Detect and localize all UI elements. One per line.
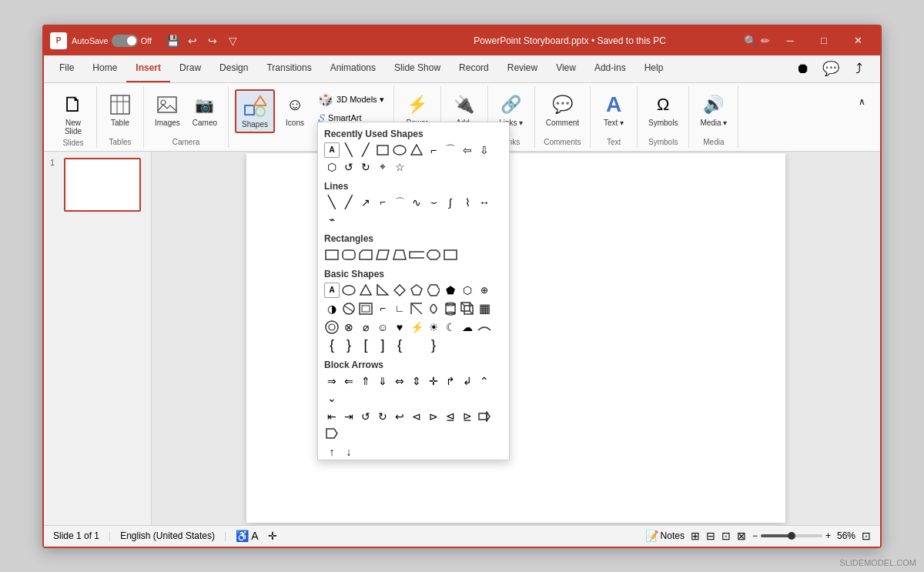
- zoom-slider[interactable]: − +: [752, 530, 831, 541]
- shape-line-2[interactable]: ╱: [358, 142, 373, 158]
- basic-rcurly2[interactable]: }: [426, 338, 441, 353]
- shape-curved-1[interactable]: ↺: [341, 159, 357, 175]
- shape-arrow-left[interactable]: ⇦: [460, 142, 475, 158]
- arrow-bent-u[interactable]: ⌃: [477, 373, 492, 389]
- shape-notch[interactable]: ⌒: [443, 142, 458, 158]
- tab-record[interactable]: Record: [450, 55, 498, 82]
- comment-button[interactable]: 💬 Comment: [541, 89, 584, 130]
- save-icon[interactable]: 💾: [166, 34, 179, 48]
- arrow-curved-r[interactable]: ↻: [375, 409, 390, 424]
- shape-hex[interactable]: ⬡: [324, 159, 340, 175]
- tab-insert[interactable]: Insert: [126, 55, 170, 82]
- notes-button[interactable]: 📝 Notes: [645, 530, 685, 542]
- basic-rtriangle[interactable]: [375, 283, 390, 298]
- line-freeform[interactable]: ⌇: [460, 195, 475, 210]
- shape-oval[interactable]: [392, 142, 407, 158]
- shape-star[interactable]: ☆: [392, 159, 407, 175]
- shape-cursor[interactable]: ⌖: [375, 159, 390, 175]
- line-dbl-arrow[interactable]: ↔: [477, 195, 492, 210]
- text-button[interactable]: A Text ▾: [597, 89, 631, 130]
- arrow-bent-r[interactable]: ↱: [443, 373, 458, 389]
- basic-donut[interactable]: [324, 319, 340, 335]
- basic-corner[interactable]: ∟: [392, 301, 407, 316]
- record-btn[interactable]: ⏺: [791, 56, 815, 81]
- images-button[interactable]: Images: [150, 89, 185, 130]
- icons-button[interactable]: ☺ Icons: [278, 89, 312, 130]
- rect-w-corners[interactable]: [426, 247, 441, 263]
- rect-basic[interactable]: [324, 247, 340, 263]
- basic-lbracket[interactable]: [: [358, 338, 373, 353]
- arrow-down-small[interactable]: ↓: [341, 444, 357, 460]
- line-s-curve[interactable]: ∫: [443, 195, 458, 210]
- basic-pie[interactable]: ◑: [324, 301, 340, 316]
- line-straight-1[interactable]: ╲: [324, 195, 340, 210]
- arrow-chevron-l[interactable]: ⊳: [426, 409, 441, 424]
- basic-rcurly[interactable]: }: [341, 338, 357, 353]
- basic-heptagon[interactable]: ⬟: [443, 283, 458, 298]
- basic-cube[interactable]: [460, 301, 475, 316]
- customize-icon[interactable]: ▽: [226, 34, 239, 48]
- basic-diag[interactable]: [409, 301, 424, 316]
- basic-heart[interactable]: ♥: [392, 319, 407, 335]
- arrow-notched[interactable]: ⇥: [341, 409, 357, 424]
- basic-block-arc[interactable]: ⌀: [358, 319, 373, 335]
- arrow-chevron-fill[interactable]: ⊵: [460, 409, 475, 424]
- tab-review[interactable]: Review: [498, 55, 547, 82]
- search-icon[interactable]: 🔍: [743, 34, 757, 48]
- arrow-circular[interactable]: ↺: [358, 409, 373, 424]
- basic-chord[interactable]: [341, 301, 357, 316]
- arrow-chevron-r[interactable]: ⊲: [409, 409, 424, 424]
- basic-textbox[interactable]: A: [324, 283, 340, 298]
- basic-rbracket[interactable]: ]: [375, 338, 390, 353]
- basic-diamond[interactable]: [392, 283, 407, 298]
- arrow-striped[interactable]: ⇤: [324, 409, 340, 424]
- arrow-chevron-strip[interactable]: ⊴: [443, 409, 458, 424]
- arrow-left[interactable]: ⇐: [341, 373, 357, 389]
- line-connector[interactable]: ⌁: [324, 212, 340, 227]
- tab-file[interactable]: File: [50, 55, 83, 82]
- 3d-models-button[interactable]: 🎲 3D Models ▾: [315, 91, 387, 109]
- arrow-pentagon[interactable]: [324, 426, 340, 441]
- basic-brace[interactable]: ▦: [477, 301, 492, 316]
- tab-draw[interactable]: Draw: [170, 55, 210, 82]
- autosave-toggle[interactable]: [112, 35, 138, 47]
- shape-right-angle[interactable]: ⌐: [426, 142, 441, 158]
- shape-line-1[interactable]: ╲: [341, 142, 357, 158]
- basic-lcurly2[interactable]: {: [392, 338, 407, 353]
- arrow-lr[interactable]: ⇔: [392, 373, 407, 389]
- collapse-ribbon-button[interactable]: ∧: [849, 89, 874, 114]
- basic-oval[interactable]: [341, 283, 357, 298]
- zoom-track[interactable]: [761, 534, 822, 537]
- basic-smiley[interactable]: ☺: [375, 319, 390, 335]
- maximize-button[interactable]: □: [808, 29, 840, 52]
- basic-octagon[interactable]: ⬡: [460, 283, 475, 298]
- share-btn[interactable]: ⤴: [846, 56, 871, 81]
- accessibility-icon[interactable]: ♿ A: [236, 530, 258, 542]
- view-normal-button[interactable]: ⊞: [691, 530, 700, 542]
- rect-plain-2[interactable]: [443, 247, 458, 263]
- basic-lightning[interactable]: ⚡: [409, 319, 424, 335]
- arrow-right[interactable]: ⇒: [324, 373, 340, 389]
- rect-para[interactable]: [375, 247, 390, 263]
- zoom-level[interactable]: 56%: [837, 530, 855, 541]
- basic-cylinder[interactable]: [443, 301, 458, 316]
- tab-addins[interactable]: Add-ins: [585, 55, 635, 82]
- arrow-square[interactable]: [477, 409, 492, 424]
- view-slideshow-button[interactable]: ⊠: [737, 530, 746, 542]
- basic-cloud[interactable]: ☁: [460, 319, 475, 335]
- line-squiggle[interactable]: ∿: [409, 195, 424, 210]
- line-straight-2[interactable]: ╱: [341, 195, 357, 210]
- basic-arc[interactable]: [477, 319, 492, 335]
- rect-rounded[interactable]: [341, 247, 357, 263]
- close-button[interactable]: ✕: [842, 29, 874, 52]
- rect-wide[interactable]: [409, 247, 424, 263]
- shape-rect[interactable]: [375, 142, 390, 158]
- line-arrow-1[interactable]: ↗: [358, 195, 373, 210]
- arrow-curved-u[interactable]: ↩: [392, 409, 407, 424]
- redo-icon[interactable]: ↪: [206, 34, 219, 48]
- cameo-button[interactable]: 📷 Cameo: [188, 89, 222, 130]
- slide-thumb-1[interactable]: [64, 158, 141, 212]
- tab-animations[interactable]: Animations: [321, 55, 385, 82]
- basic-hexagon[interactable]: [426, 283, 441, 298]
- media-button[interactable]: 🔊 Media ▾: [695, 89, 732, 130]
